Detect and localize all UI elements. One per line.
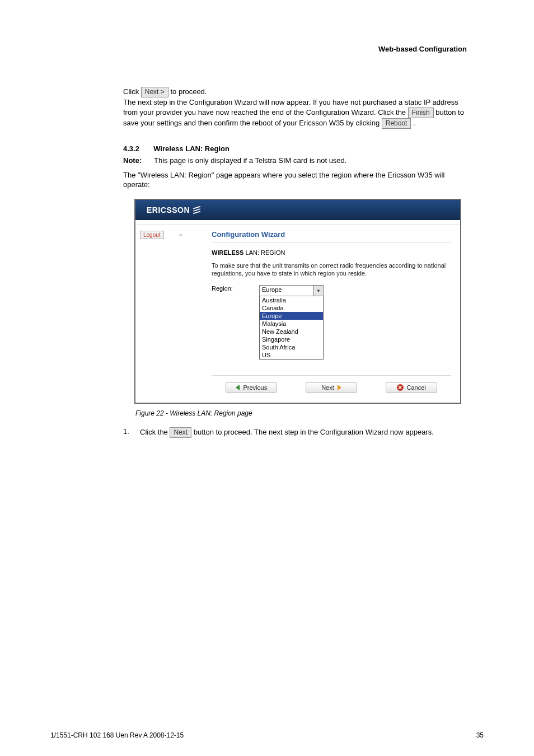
note-label: Note:: [123, 156, 154, 165]
reboot-inline-button: Reboot: [382, 118, 411, 129]
region-label: Region:: [212, 285, 242, 292]
figure-main-pane: Configuration Wizard WIRELESS LAN: REGIO…: [212, 225, 460, 403]
previous-button[interactable]: Previous: [226, 382, 277, 393]
region-option[interactable]: Malaysia: [260, 320, 323, 328]
chevron-down-icon[interactable]: ▼: [313, 286, 323, 296]
region-option[interactable]: New Zealand: [260, 328, 323, 335]
region-option[interactable]: Australia: [260, 296, 323, 304]
figure-topbar: ERICSSON: [135, 200, 460, 220]
cancel-button[interactable]: ✕ Cancel: [386, 382, 437, 393]
note-text: This page is only displayed if a Telstra…: [154, 156, 472, 165]
svg-line-0: [194, 207, 200, 209]
region-option[interactable]: South Africa: [260, 343, 323, 351]
wizard-description: To make sure that the unit transmits on …: [212, 262, 451, 278]
footer-right: 35: [476, 731, 484, 739]
page-section-header: Web-based Configuration: [50, 45, 467, 53]
step-seg1: Click the: [140, 428, 170, 436]
p1-seg2: to proceed.: [170, 87, 207, 96]
region-option[interactable]: Singapore: [260, 335, 323, 343]
arrow-left-icon: [236, 385, 240, 390]
step-seg2: button to proceed. The next step in the …: [194, 428, 434, 436]
page-footer: 1/1551-CRH 102 168 Uen Rev A 2008-12-15 …: [50, 731, 484, 739]
ericsson-waves-icon: [193, 206, 201, 214]
wizard-button-row: Previous Next ✕ Cancel: [212, 375, 451, 393]
figure-left-pane: Logout ····›: [135, 225, 212, 403]
wizard-figure: ERICSSON Logout ····› Configuration Wiza…: [134, 199, 461, 404]
region-option-selected[interactable]: Europe: [260, 312, 323, 320]
next-button[interactable]: Next: [306, 382, 357, 393]
wizard-title: Configuration Wizard: [212, 230, 451, 242]
p1-seg1: Click: [123, 87, 141, 96]
step-text: Click the Next button to proceed. The ne…: [140, 427, 472, 438]
previous-button-label: Previous: [243, 384, 267, 391]
region-option[interactable]: Canada: [260, 304, 323, 312]
ericsson-logo: ERICSSON: [147, 206, 201, 214]
figure-caption: Figure 22 - Wireless LAN: Region page: [135, 409, 472, 417]
region-option[interactable]: US: [260, 351, 323, 359]
svg-line-1: [194, 209, 200, 211]
next-button-label: Next: [321, 384, 334, 391]
region-dropdown-list[interactable]: Australia Canada Europe Malaysia New Zea…: [259, 296, 324, 360]
cancel-button-label: Cancel: [407, 384, 426, 391]
step-1: 1. Click the Next button to proceed. The…: [123, 427, 472, 438]
next-inline-button: Next >: [141, 87, 168, 97]
heading-number: 4.3.2: [123, 144, 139, 153]
svg-line-2: [194, 211, 200, 213]
region-selected-value: Europe: [260, 286, 313, 296]
finish-inline-button: Finish: [408, 108, 434, 118]
footer-left: 1/1551-CRH 102 168 Uen Rev A 2008-12-15: [50, 731, 184, 739]
region-row: Region: Europe ▼ Australia Canada Europe…: [212, 285, 451, 360]
breadcrumb-arrow-icon: ····›: [178, 231, 181, 238]
step-number: 1.: [123, 427, 140, 438]
logout-button[interactable]: Logout: [140, 231, 164, 239]
wl-prefix: WIRELESS: [212, 249, 243, 256]
note-box: Note: This page is only displayed if a T…: [123, 156, 472, 165]
next-step-inline-button: Next: [170, 427, 191, 438]
region-intro-paragraph: The "Wireless LAN: Region" page appears …: [123, 170, 472, 190]
intro-paragraph: Click Next > to proceed. The next step i…: [123, 87, 472, 129]
region-dropdown-closed[interactable]: Europe ▼: [259, 285, 324, 296]
close-icon: ✕: [397, 384, 404, 391]
heading-title: Wireless LAN: Region: [153, 144, 229, 153]
wizard-section-title: WIRELESS LAN: REGION: [212, 249, 451, 256]
p1-seg5: .: [413, 119, 415, 127]
figure-subbar: [135, 220, 460, 225]
arrow-right-icon: [338, 385, 341, 390]
wl-rest: LAN: REGION: [243, 249, 285, 256]
region-dropdown[interactable]: Europe ▼ Australia Canada Europe Malaysi…: [259, 285, 324, 360]
ericsson-text: ERICSSON: [147, 206, 190, 214]
subsection-heading: 4.3.2 Wireless LAN: Region: [123, 144, 472, 153]
